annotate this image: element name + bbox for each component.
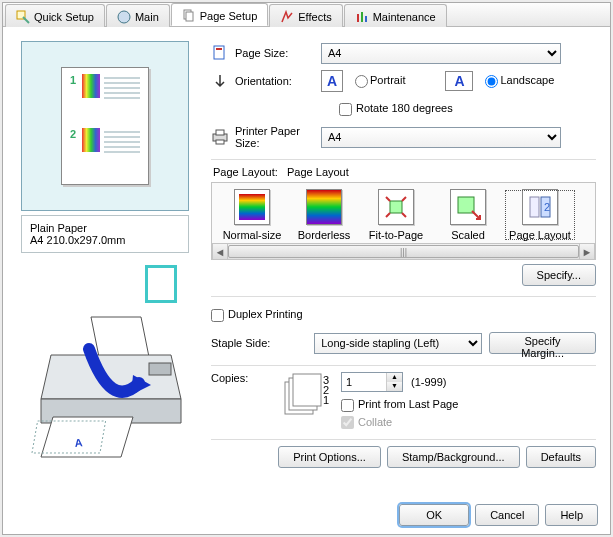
page-layout-list: Normal-size Borderless Fit-to-Page Scale… xyxy=(211,182,596,244)
paper-preview-icon: 1 2 xyxy=(61,67,149,185)
layout-scaled[interactable]: Scaled xyxy=(432,189,504,241)
staple-side-select[interactable]: Long-side stapling (Left) xyxy=(314,333,481,354)
tab-label: Page Setup xyxy=(200,10,258,22)
dialog-buttons: OK Cancel Help xyxy=(399,504,598,526)
defaults-button[interactable]: Defaults xyxy=(526,446,596,468)
landscape-radio[interactable] xyxy=(485,75,498,88)
effects-icon xyxy=(280,10,294,24)
layout-page-layout[interactable]: 2 Page Layout xyxy=(504,189,576,241)
copies-label: Copies: xyxy=(211,372,248,384)
media-info-box: Plain Paper A4 210.0x297.0mm xyxy=(21,215,189,253)
collate-checkbox-label: Collate xyxy=(341,416,392,428)
svg-text:1: 1 xyxy=(323,394,329,406)
scroll-right-icon[interactable]: ► xyxy=(579,244,595,259)
layout-item-label: Page Layout xyxy=(504,229,576,241)
svg-rect-4 xyxy=(357,14,359,22)
tab-effects[interactable]: Effects xyxy=(269,4,342,27)
borderless-icon xyxy=(306,189,342,225)
normal-size-icon xyxy=(234,189,270,225)
page-layout-current: Page Layout xyxy=(287,166,349,178)
print-options-button[interactable]: Print Options... xyxy=(278,446,381,468)
printer-icon xyxy=(211,128,229,146)
layout-fit-to-page[interactable]: Fit-to-Page xyxy=(360,189,432,241)
svg-rect-20 xyxy=(390,201,402,213)
svg-rect-6 xyxy=(365,16,367,22)
tab-main[interactable]: Main xyxy=(106,4,170,27)
maintenance-icon xyxy=(355,10,369,24)
rotate-checkbox[interactable] xyxy=(339,103,352,116)
portrait-icon: A xyxy=(321,70,343,92)
scroll-thumb[interactable]: ||| xyxy=(228,245,579,258)
layout-borderless[interactable]: Borderless xyxy=(288,189,360,241)
printer-paper-size-label: Printer Paper Size: xyxy=(235,125,321,149)
right-panel: Page Size: A4 Orientation: A Portrait A … xyxy=(201,33,602,483)
tab-quick-setup[interactable]: Quick Setup xyxy=(5,4,105,27)
fit-to-page-icon xyxy=(378,189,414,225)
cancel-button[interactable]: Cancel xyxy=(475,504,539,526)
page-setup-icon xyxy=(182,9,196,23)
print-dialog: Quick Setup Main Page Setup Effects Main… xyxy=(2,2,611,535)
duplex-checkbox[interactable] xyxy=(211,309,224,322)
tab-bar: Quick Setup Main Page Setup Effects Main… xyxy=(3,3,610,27)
page-layout-icon: 2 xyxy=(522,189,558,225)
help-button[interactable]: Help xyxy=(545,504,598,526)
layout-scrollbar[interactable]: ◄ ||| ► xyxy=(211,244,596,260)
left-panel: 1 2 Plain Paper A4 210.0x297.0mm A xyxy=(11,33,201,483)
page-size-select[interactable]: A4 xyxy=(321,43,561,64)
landscape-icon: A xyxy=(445,71,473,91)
layout-item-label: Scaled xyxy=(432,229,504,241)
ok-button[interactable]: OK xyxy=(399,504,469,526)
copies-icon: 321 xyxy=(279,372,331,420)
print-last-checkbox[interactable] xyxy=(341,399,354,412)
media-dimensions-text: A4 210.0x297.0mm xyxy=(30,234,180,246)
content-area: 1 2 Plain Paper A4 210.0x297.0mm A xyxy=(3,27,610,487)
copies-input[interactable] xyxy=(342,373,386,391)
svg-rect-16 xyxy=(216,48,222,50)
media-type-text: Plain Paper xyxy=(30,222,180,234)
page-size-icon xyxy=(211,44,229,62)
orientation-arrow-icon xyxy=(211,72,229,90)
svg-rect-21 xyxy=(458,197,474,213)
svg-rect-15 xyxy=(214,46,224,59)
scroll-left-icon[interactable]: ◄ xyxy=(212,244,228,259)
svg-text:2: 2 xyxy=(544,201,550,213)
quick-setup-icon xyxy=(16,10,30,24)
spinner-up-icon[interactable]: ▲ xyxy=(387,373,402,382)
layout-normal-size[interactable]: Normal-size xyxy=(216,189,288,241)
svg-point-1 xyxy=(118,11,130,23)
tab-label: Maintenance xyxy=(373,11,436,23)
layout-item-label: Fit-to-Page xyxy=(360,229,432,241)
svg-rect-19 xyxy=(216,140,224,144)
print-last-checkbox-label[interactable]: Print from Last Page xyxy=(341,398,458,410)
tab-page-setup[interactable]: Page Setup xyxy=(171,3,269,26)
specify-button[interactable]: Specify... xyxy=(522,264,596,286)
layout-item-label: Normal-size xyxy=(216,229,288,241)
svg-rect-22 xyxy=(530,197,539,217)
portrait-radio[interactable] xyxy=(355,75,368,88)
landscape-radio-label[interactable]: Landscape xyxy=(481,74,554,88)
svg-rect-5 xyxy=(361,12,363,22)
layout-item-label: Borderless xyxy=(288,229,360,241)
specify-margin-button[interactable]: Specify Margin... xyxy=(489,332,596,354)
collate-checkbox xyxy=(341,416,354,429)
portrait-radio-label[interactable]: Portrait xyxy=(351,74,405,88)
tab-label: Quick Setup xyxy=(34,11,94,23)
page-layout-label: Page Layout: xyxy=(213,166,278,178)
scaled-icon xyxy=(450,189,486,225)
spinner-down-icon[interactable]: ▼ xyxy=(387,382,402,391)
page-size-label: Page Size: xyxy=(235,47,288,59)
copies-spinner[interactable]: ▲▼ xyxy=(341,372,403,392)
svg-rect-18 xyxy=(216,130,224,135)
stamp-background-button[interactable]: Stamp/Background... xyxy=(387,446,520,468)
svg-rect-10 xyxy=(149,363,171,375)
printer-illustration: A xyxy=(21,311,189,461)
duplex-checkbox-label[interactable]: Duplex Printing xyxy=(211,308,303,322)
orientation-label: Orientation: xyxy=(235,75,292,87)
copies-range-text: (1-999) xyxy=(411,376,446,388)
printer-paper-size-select[interactable]: A4 xyxy=(321,127,561,148)
svg-rect-27 xyxy=(293,374,321,406)
rotate-checkbox-label[interactable]: Rotate 180 degrees xyxy=(339,102,453,116)
svg-marker-7 xyxy=(91,317,149,357)
tab-maintenance[interactable]: Maintenance xyxy=(344,4,447,27)
layout-indicator-icon xyxy=(145,265,177,303)
